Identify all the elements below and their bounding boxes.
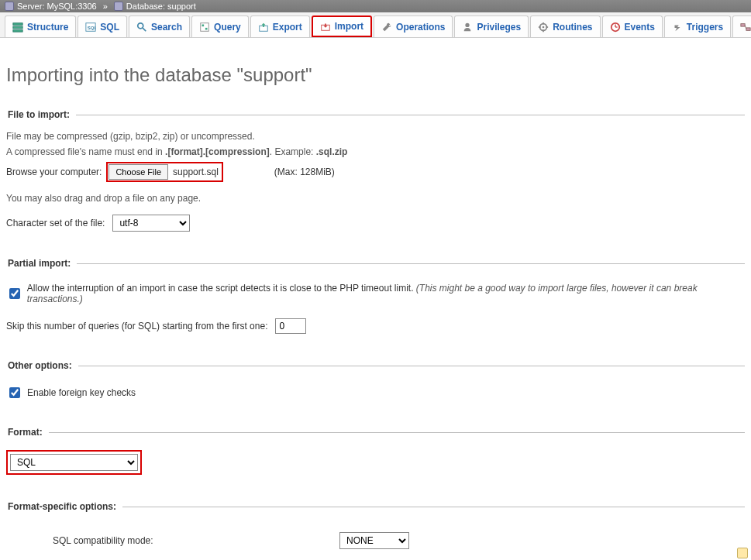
svg-rect-1 bbox=[13, 26, 22, 29]
filename-note: A compressed file's name must end in .[f… bbox=[6, 146, 745, 157]
sql-compat-label: SQL compatibility mode: bbox=[53, 535, 332, 546]
svg-text:SQL: SQL bbox=[88, 24, 96, 29]
charset-select[interactable]: utf-8 bbox=[112, 215, 190, 232]
tab-label: Export bbox=[273, 22, 302, 33]
tab-bar: Structure SQL SQL Search Query Export Im… bbox=[0, 12, 751, 38]
breadcrumb-database[interactable]: Database: support bbox=[126, 2, 196, 11]
designer-icon bbox=[740, 22, 751, 33]
skip-queries-input[interactable] bbox=[275, 318, 306, 334]
tab-designer[interactable]: Designer bbox=[732, 15, 751, 37]
svg-line-24 bbox=[745, 25, 746, 29]
routines-icon bbox=[538, 22, 549, 33]
triggers-icon bbox=[672, 22, 683, 33]
tab-label: Search bbox=[151, 22, 182, 33]
browse-label: Browse your computer: bbox=[6, 167, 102, 177]
chosen-file-name: support.sql bbox=[173, 167, 219, 177]
tab-label: Routines bbox=[553, 22, 592, 33]
tab-triggers[interactable]: Triggers bbox=[664, 15, 731, 37]
main-content: Importing into the database "support" Fi… bbox=[0, 38, 751, 560]
fk-checks-label: Enable foreign key checks bbox=[27, 387, 136, 398]
breadcrumb: Server: MySQL:3306 » Database: support bbox=[0, 0, 751, 12]
database-icon bbox=[114, 2, 123, 11]
tab-label: SQL bbox=[100, 22, 119, 33]
structure-icon bbox=[12, 22, 23, 33]
section-legend: File to import: bbox=[6, 109, 76, 120]
privileges-icon bbox=[462, 22, 473, 33]
drag-drop-note: You may also drag and drop a file on any… bbox=[6, 193, 745, 204]
format-select[interactable]: SQL bbox=[10, 454, 138, 471]
format-select-highlight: SQL bbox=[6, 450, 142, 475]
tab-operations[interactable]: Operations bbox=[374, 15, 453, 37]
fk-checks-row[interactable]: Enable foreign key checks bbox=[6, 385, 136, 400]
tab-events[interactable]: Events bbox=[602, 15, 663, 37]
allow-interruption-row[interactable]: Allow the interruption of an import in c… bbox=[6, 283, 745, 304]
file-chooser-highlight: Choose File support.sql bbox=[106, 162, 222, 182]
server-icon bbox=[5, 2, 14, 11]
tab-label: Events bbox=[625, 22, 655, 33]
section-legend: Partial import: bbox=[6, 258, 77, 269]
svg-rect-2 bbox=[13, 29, 22, 32]
tab-label: Triggers bbox=[687, 22, 723, 33]
tab-sql[interactable]: SQL SQL bbox=[78, 15, 127, 37]
tab-export[interactable]: Export bbox=[250, 15, 310, 37]
section-other-options: Other options: Enable foreign key checks bbox=[6, 360, 745, 419]
tab-routines[interactable]: Routines bbox=[530, 15, 600, 37]
svg-line-6 bbox=[143, 27, 146, 30]
allow-interruption-label: Allow the interruption of an import in c… bbox=[27, 283, 414, 294]
events-icon bbox=[610, 22, 621, 33]
tab-label: Privileges bbox=[477, 22, 521, 33]
tab-privileges[interactable]: Privileges bbox=[454, 15, 529, 37]
choose-file-button[interactable]: Choose File bbox=[109, 164, 168, 180]
svg-rect-23 bbox=[746, 27, 750, 30]
query-icon bbox=[199, 22, 210, 33]
section-legend: Format-specific options: bbox=[6, 501, 122, 512]
sql-compat-select[interactable]: NONE bbox=[339, 532, 409, 549]
charset-label: Character set of the file: bbox=[6, 218, 105, 228]
section-partial-import: Partial import: Allow the interruption o… bbox=[6, 258, 745, 352]
svg-rect-8 bbox=[202, 24, 205, 26]
svg-point-12 bbox=[466, 22, 470, 26]
svg-rect-22 bbox=[741, 23, 745, 26]
tab-search[interactable]: Search bbox=[129, 15, 190, 37]
breadcrumb-server[interactable]: Server: MySQL:3306 bbox=[17, 2, 97, 11]
section-format: Format: SQL bbox=[6, 427, 745, 493]
allow-interruption-checkbox[interactable] bbox=[9, 288, 20, 299]
sql-icon: SQL bbox=[85, 22, 96, 33]
section-legend: Format: bbox=[6, 427, 49, 438]
breadcrumb-separator: » bbox=[103, 2, 108, 11]
export-icon bbox=[258, 22, 269, 33]
compress-note: File may be compressed (gzip, bzip2, zip… bbox=[6, 131, 745, 142]
skip-queries-label: Skip this number of queries (for SQL) st… bbox=[6, 321, 267, 332]
wrench-icon bbox=[381, 22, 392, 33]
svg-rect-9 bbox=[205, 27, 208, 29]
tab-label: Structure bbox=[27, 22, 68, 33]
tab-query[interactable]: Query bbox=[191, 15, 249, 37]
max-size-label: (Max: 128MiB) bbox=[274, 167, 335, 177]
page-title: Importing into the database "support" bbox=[6, 64, 745, 86]
fk-checks-checkbox[interactable] bbox=[9, 387, 20, 398]
tab-import[interactable]: Import bbox=[312, 15, 372, 37]
import-icon bbox=[320, 21, 331, 32]
tab-label: Operations bbox=[396, 22, 445, 33]
svg-point-14 bbox=[543, 26, 545, 28]
svg-rect-7 bbox=[201, 22, 209, 31]
tab-label: Import bbox=[335, 21, 363, 32]
search-icon bbox=[136, 22, 147, 33]
section-format-specific: Format-specific options: SQL compatibili… bbox=[6, 501, 745, 560]
tab-label: Query bbox=[214, 22, 241, 33]
console-toggle-icon[interactable] bbox=[737, 548, 748, 558]
svg-point-5 bbox=[138, 22, 143, 28]
section-legend: Other options: bbox=[6, 360, 78, 371]
section-file-to-import: File to import: File may be compressed (… bbox=[6, 109, 745, 250]
svg-rect-0 bbox=[13, 22, 22, 25]
tab-structure[interactable]: Structure bbox=[5, 15, 76, 37]
